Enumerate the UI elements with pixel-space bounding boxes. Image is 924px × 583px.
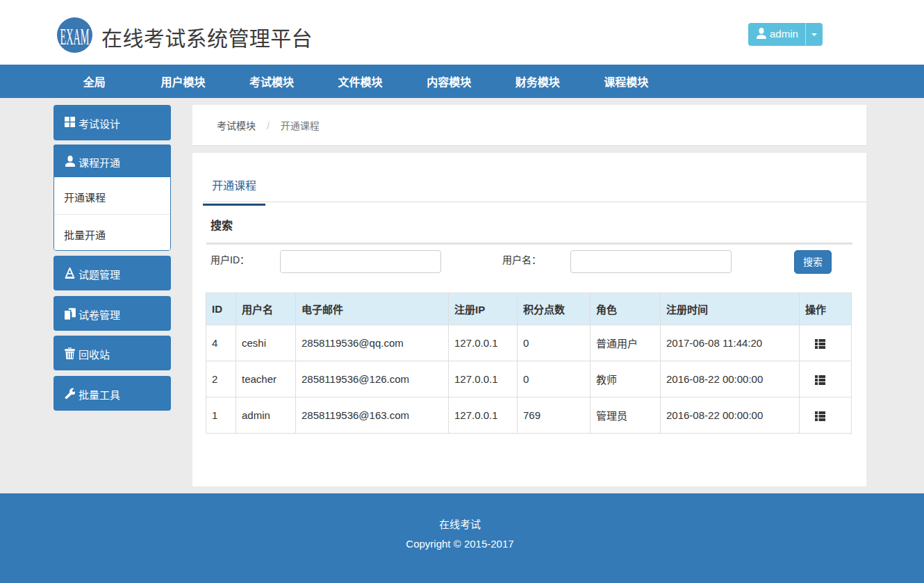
svg-text:EXAM: EXAM [60, 24, 89, 50]
